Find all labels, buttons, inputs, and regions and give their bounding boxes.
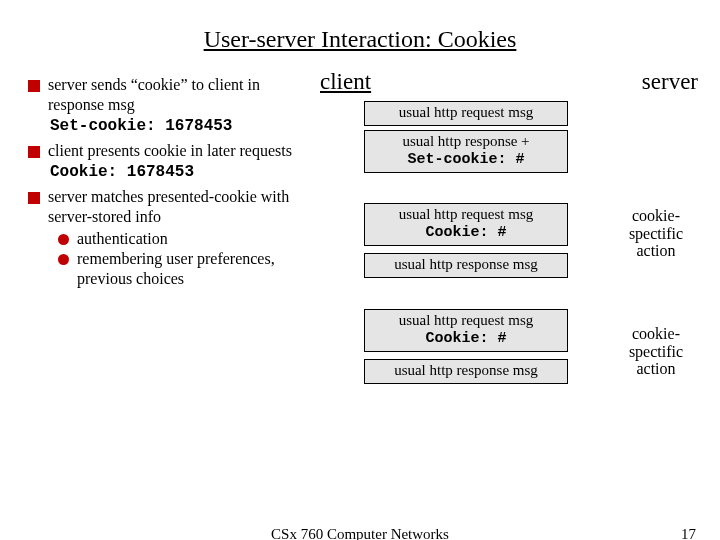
message-3: usual http request msg Cookie: # [364,203,568,246]
message-5-line1: usual http request msg [399,312,534,328]
message-6-text: usual http response msg [394,362,538,378]
left-column: server sends “cookie” to client in respo… [28,75,308,289]
bullet-3-sub-1: authentication [58,229,308,249]
message-2-line1: usual http response + [402,133,529,149]
message-2-line2: Set-cookie: # [407,151,524,168]
bullet-2-text: client presents cookie in later requests [48,141,308,161]
message-4: usual http response msg [364,253,568,278]
annotation-2: cookie-spectific action [616,325,696,378]
message-2: usual http response + Set-cookie: # [364,130,568,173]
bullet-1-text: server sends “cookie” to client in respo… [48,75,308,115]
server-heading: server [642,69,698,95]
message-1-text: usual http request msg [399,104,534,120]
message-4-text: usual http response msg [394,256,538,272]
sub-1-text: authentication [77,229,168,249]
message-5-line2: Cookie: # [425,330,506,347]
annotation-1: cookie-spectific action [616,207,696,260]
footer-center: CSx 760 Computer Networks [271,526,449,540]
message-6: usual http response msg [364,359,568,384]
square-bullet-icon [28,80,40,92]
square-bullet-icon [28,146,40,158]
right-diagram: client server usual http request msg usu… [316,75,702,445]
slide-body: server sends “cookie” to client in respo… [0,75,720,445]
slide-title: User-server Interaction: Cookies [0,26,720,53]
message-5: usual http request msg Cookie: # [364,309,568,352]
sub-2-text: remembering user preferences, previous c… [77,249,308,289]
circle-bullet-icon [58,254,69,265]
bullet-2: client presents cookie in later requests [28,141,308,161]
bullet-1-code: Set-cookie: 1678453 [50,117,308,135]
bullet-3: server matches presented-cookie with ser… [28,187,308,227]
message-1: usual http request msg [364,101,568,126]
square-bullet-icon [28,192,40,204]
bullet-3-sub-2: remembering user preferences, previous c… [58,249,308,289]
message-3-line2: Cookie: # [425,224,506,241]
footer-page-number: 17 [681,526,696,540]
message-3-line1: usual http request msg [399,206,534,222]
bullet-1: server sends “cookie” to client in respo… [28,75,308,115]
client-heading: client [320,69,371,95]
circle-bullet-icon [58,234,69,245]
bullet-3-text: server matches presented-cookie with ser… [48,187,308,227]
bullet-2-code: Cookie: 1678453 [50,163,308,181]
